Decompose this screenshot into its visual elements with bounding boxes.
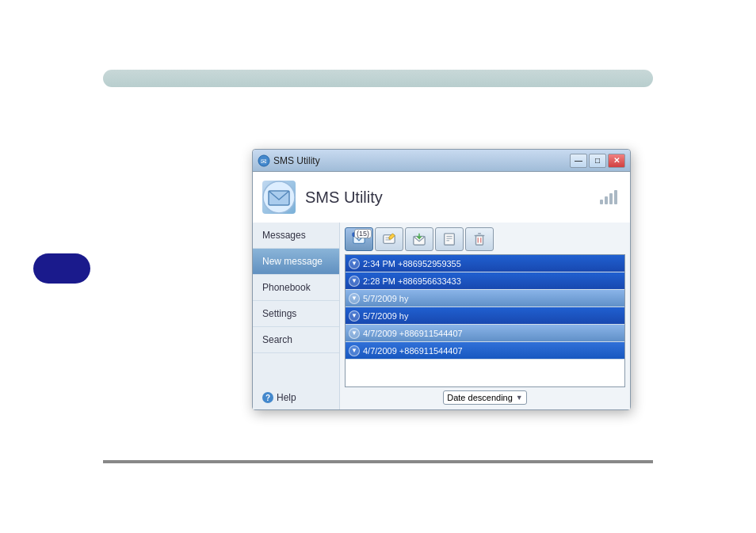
app-logo	[262, 181, 296, 214]
title-bar-left: ✉ SMS Utility	[258, 154, 320, 167]
svg-rect-15	[445, 234, 455, 245]
sort-label: Date descending	[447, 393, 513, 402]
message-row[interactable]: ▼ 5/7/2009 hy	[346, 290, 624, 307]
help-icon: ?	[262, 392, 273, 403]
message-list[interactable]: ▼ 2:34 PM +886952959355 ▼ 2:28 PM +88695…	[345, 254, 625, 387]
message-arrow-icon: ▼	[349, 276, 360, 287]
sidebar-item-settings[interactable]: Settings	[253, 301, 339, 327]
sidebar-item-new-message[interactable]: New message	[253, 249, 339, 275]
svg-rect-6	[609, 193, 613, 204]
message-text: 4/7/2009 +886911544407	[363, 329, 621, 338]
message-arrow-icon: ▼	[349, 310, 360, 322]
svg-rect-19	[476, 236, 483, 246]
top-decorative-bar	[103, 70, 653, 87]
bottom-decorative-bar	[103, 460, 653, 463]
window-icon: ✉	[258, 154, 270, 167]
message-arrow-icon: ▼	[349, 345, 360, 356]
signal-icon	[598, 184, 620, 211]
message-text: 2:34 PM +886952959355	[363, 259, 621, 268]
sort-dropdown[interactable]: Date descending ▼	[443, 390, 526, 405]
minimize-button[interactable]: —	[570, 154, 587, 168]
sort-chevron-icon: ▼	[516, 394, 523, 402]
sort-area: Date descending ▼	[345, 390, 625, 405]
app-header: SMS Utility	[253, 172, 630, 223]
sidebar-help[interactable]: ? Help	[253, 386, 339, 409]
message-row[interactable]: ▼ 4/7/2009 +886911544407	[346, 342, 624, 360]
sidebar-item-messages[interactable]: Messages	[253, 223, 339, 249]
blue-pill-decoration	[33, 253, 90, 284]
toolbar-inbox-button[interactable]: (15)	[345, 227, 373, 251]
message-row[interactable]: ▼ 2:34 PM +886952959355	[346, 255, 624, 272]
svg-rect-7	[614, 190, 617, 204]
toolbar-compose-button[interactable]	[375, 227, 403, 251]
sidebar: Messages New message Phonebook Settings …	[253, 223, 340, 409]
toolbar-outbox-button[interactable]	[405, 227, 433, 251]
svg-rect-4	[600, 200, 603, 204]
sidebar-item-phonebook[interactable]: Phonebook	[253, 275, 339, 301]
toolbar-delete-button[interactable]	[465, 227, 494, 251]
toolbar-drafts-button[interactable]	[435, 227, 464, 251]
message-text: 4/7/2009 +886911544407	[363, 346, 621, 356]
message-row[interactable]: ▼ 5/7/2009 hy	[346, 307, 624, 325]
app-title: SMS Utility	[305, 188, 383, 207]
svg-rect-5	[605, 196, 608, 204]
title-bar: ✉ SMS Utility — □ ✕	[253, 150, 630, 172]
message-text: 5/7/2009 hy	[363, 294, 621, 303]
message-arrow-icon: ▼	[349, 293, 360, 304]
sidebar-item-search[interactable]: Search	[253, 327, 339, 353]
message-row[interactable]: ▼ 2:28 PM +886956633433	[346, 272, 624, 290]
title-controls: — □ ✕	[570, 154, 625, 168]
inbox-badge: (15)	[354, 229, 372, 238]
content-area: Messages New message Phonebook Settings …	[253, 223, 630, 409]
sms-utility-window: ✉ SMS Utility — □ ✕ SMS Utility	[252, 149, 631, 410]
close-button[interactable]: ✕	[608, 154, 625, 168]
window-title: SMS Utility	[273, 155, 320, 166]
svg-text:✉: ✉	[261, 158, 267, 166]
main-panel: (15)	[340, 223, 630, 409]
message-arrow-icon: ▼	[349, 258, 360, 269]
message-text: 5/7/2009 hy	[363, 311, 621, 321]
toolbar: (15)	[345, 227, 625, 251]
restore-button[interactable]: □	[589, 154, 606, 168]
message-text: 2:28 PM +886956633433	[363, 276, 621, 286]
message-arrow-icon: ▼	[349, 328, 360, 339]
message-row[interactable]: ▼ 4/7/2009 +886911544407	[346, 325, 624, 342]
